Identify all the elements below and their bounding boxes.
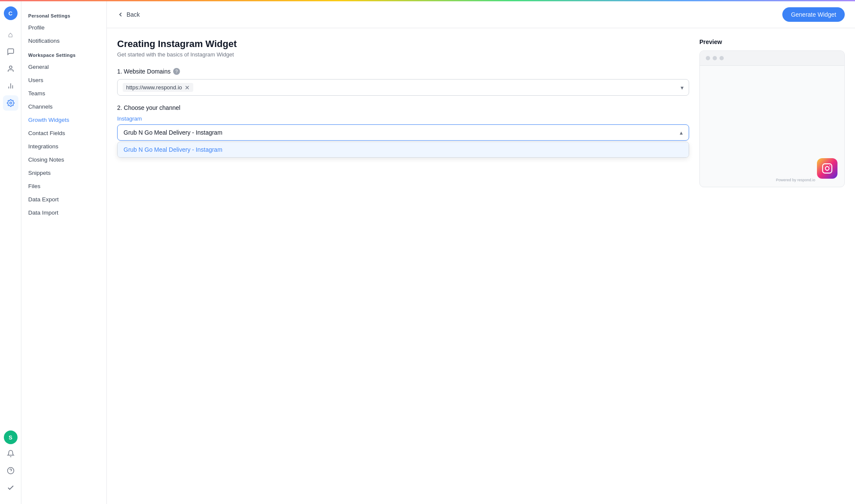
sidebar-item-closing-notes[interactable]: Closing Notes (21, 153, 106, 166)
personal-settings-title: Personal Settings (21, 8, 106, 21)
reports-icon[interactable] (3, 78, 18, 94)
preview-dot-1 (706, 56, 710, 60)
workspace-settings-title: Workspace Settings (21, 47, 106, 60)
svg-rect-7 (823, 164, 832, 173)
icon-bar: C ⌂ S (0, 1, 21, 504)
svg-point-4 (9, 102, 12, 104)
preview-box: Powered by respond.io (699, 50, 845, 187)
bell-icon[interactable] (3, 446, 18, 461)
channel-dropdown[interactable]: Grub N Go Meal Delivery - Instagram ▴ (117, 124, 689, 141)
sidebar-item-channels[interactable]: Channels (21, 100, 106, 113)
channel-dropdown-menu: Grub N Go Meal Delivery - Instagram (117, 141, 689, 158)
main-content: Back Generate Widget Creating Instagram … (107, 1, 855, 504)
sidebar-item-contact-fields[interactable]: Contact Fields (21, 127, 106, 140)
sidebar-item-growth-widgets[interactable]: Growth Widgets (21, 113, 106, 127)
chat-icon[interactable] (3, 44, 18, 59)
domain-dropdown-arrow: ▾ (681, 84, 684, 91)
page-title: Creating Instagram Widget (117, 38, 689, 50)
back-label: Back (127, 11, 140, 18)
settings-icon[interactable] (3, 95, 18, 111)
channel-type-label: Instagram (117, 115, 689, 122)
svg-point-8 (826, 167, 829, 171)
preview-dot-3 (719, 56, 724, 60)
sidebar-item-data-import[interactable]: Data Import (21, 206, 106, 219)
sidebar-item-teams[interactable]: Teams (21, 87, 106, 100)
back-button[interactable]: Back (117, 11, 140, 18)
preview-content: Powered by respond.io (700, 66, 844, 186)
user-avatar[interactable]: S (4, 430, 18, 444)
preview-section: Preview Powered by respond.io (699, 38, 845, 187)
step2-label: 2. Choose your channel (117, 104, 689, 111)
remove-domain-button[interactable]: ✕ (185, 85, 190, 91)
sidebar-item-data-export[interactable]: Data Export (21, 193, 106, 206)
step1-label: 1. Website Domains ? (117, 68, 689, 75)
generate-widget-button[interactable]: Generate Widget (782, 7, 845, 22)
page-subtitle: Get started with the basics of Instagram… (117, 51, 689, 58)
top-bar: Back Generate Widget (107, 1, 855, 28)
selected-channel-value: Grub N Go Meal Delivery - Instagram (124, 129, 222, 136)
preview-title: Preview (699, 38, 845, 45)
instagram-icon (817, 158, 837, 179)
preview-dots (700, 51, 844, 66)
powered-by-label: Powered by respond.io (776, 178, 815, 182)
form-section: Creating Instagram Widget Get started wi… (117, 38, 689, 187)
sidebar-item-integrations[interactable]: Integrations (21, 140, 106, 153)
sidebar-item-snippets[interactable]: Snippets (21, 166, 106, 180)
checkmark-icon[interactable] (3, 480, 18, 495)
sidebar-item-notifications[interactable]: Notifications (21, 34, 106, 47)
contacts-icon[interactable] (3, 61, 18, 77)
page-body: Creating Instagram Widget Get started wi… (107, 28, 855, 197)
sidebar-item-general[interactable]: General (21, 60, 106, 74)
help-circle-icon[interactable] (3, 463, 18, 478)
sidebar-item-files[interactable]: Files (21, 180, 106, 193)
top-gradient (0, 0, 855, 1)
domain-tag: https://www.respond.io ✕ (123, 83, 193, 92)
channel-dropdown-arrow: ▴ (680, 129, 683, 136)
sidebar-item-profile[interactable]: Profile (21, 21, 106, 34)
help-icon[interactable]: ? (173, 68, 180, 75)
preview-dot-2 (713, 56, 717, 60)
workspace-avatar[interactable]: C (4, 6, 18, 20)
sidebar: Personal Settings Profile Notifications … (21, 1, 107, 504)
svg-point-0 (9, 66, 12, 68)
sidebar-item-users[interactable]: Users (21, 74, 106, 87)
channel-section: Instagram Grub N Go Meal Delivery - Inst… (117, 115, 689, 158)
dropdown-option-0[interactable]: Grub N Go Meal Delivery - Instagram (118, 142, 689, 157)
home-icon[interactable]: ⌂ (3, 27, 18, 42)
domain-input[interactable]: https://www.respond.io ✕ ▾ (117, 79, 689, 96)
